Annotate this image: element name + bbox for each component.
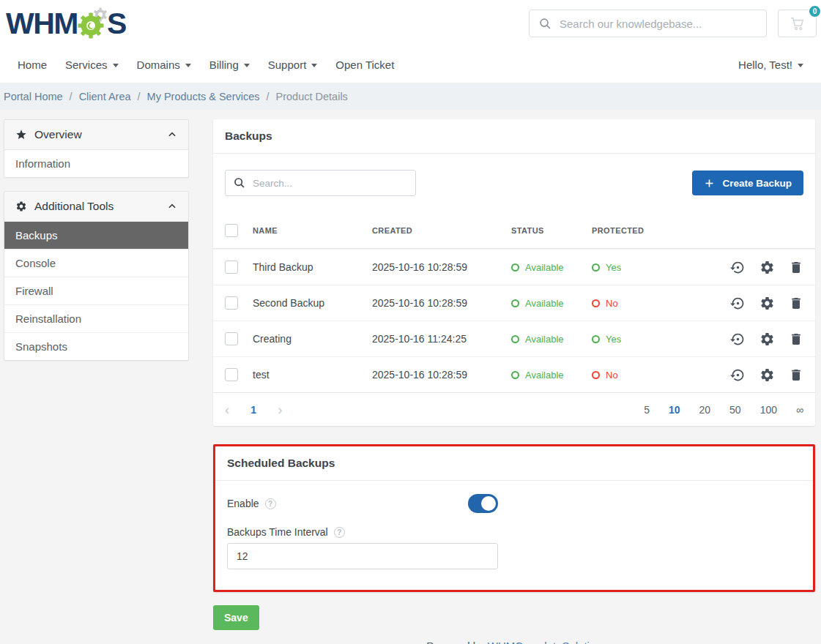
- status-ring-icon: [511, 263, 519, 272]
- backups-interval-input[interactable]: [227, 543, 498, 569]
- breadcrumb-separator: /: [70, 91, 73, 102]
- sidebar-item-firewall[interactable]: Firewall: [4, 277, 188, 305]
- enable-label: Enable: [227, 498, 259, 509]
- backup-settings-button[interactable]: [759, 296, 775, 311]
- restore-icon: [730, 332, 746, 347]
- breadcrumb-link-my-products-services[interactable]: My Products & Services: [147, 91, 260, 102]
- nav-label: Support: [268, 59, 307, 71]
- status-ring-icon: [511, 335, 519, 343]
- nav-label: Open Ticket: [335, 59, 394, 71]
- sidebar-item-console[interactable]: Console: [4, 250, 188, 277]
- column-created: CREATED: [372, 226, 511, 235]
- caret-down-icon: [244, 64, 250, 67]
- delete-backup-button[interactable]: [789, 296, 803, 311]
- knowledgebase-search: [529, 10, 767, 37]
- backup-settings-button[interactable]: [759, 367, 775, 383]
- scheduled-backups-title: Scheduled Backups: [215, 446, 813, 481]
- gear-icon: [759, 260, 775, 275]
- backup-created: 2025-10-16 10:28:59: [372, 369, 511, 381]
- sidebar: Overview Information Additional Tools Ba…: [4, 119, 189, 374]
- page-size-50[interactable]: 50: [729, 404, 741, 416]
- backup-created: 2025-10-16 11:24:25: [372, 333, 511, 345]
- main-nav: HomeServicesDomainsBillingSupportOpen Ti…: [0, 47, 821, 83]
- breadcrumb-link-portal-home[interactable]: Portal Home: [4, 91, 63, 102]
- cart-button[interactable]: 0: [778, 10, 817, 37]
- backup-name: Creating: [253, 333, 372, 345]
- help-icon[interactable]: ?: [265, 498, 276, 509]
- interval-label-group: Backups Time Interval ?: [227, 526, 801, 538]
- page-size-all[interactable]: ∞: [796, 404, 803, 416]
- footer: Powered by WHMCompleteSolution: [213, 640, 815, 644]
- delete-backup-button[interactable]: [789, 367, 803, 383]
- nav-item-billing[interactable]: Billing: [209, 59, 250, 71]
- row-checkbox[interactable]: [225, 296, 238, 310]
- save-button[interactable]: Save: [213, 605, 259, 630]
- nav-label: Billing: [209, 59, 239, 71]
- create-backup-button[interactable]: Create Backup: [692, 171, 803, 195]
- nav-item-support[interactable]: Support: [268, 59, 318, 71]
- page-size-5[interactable]: 5: [644, 404, 650, 416]
- restore-backup-button[interactable]: [730, 296, 746, 311]
- restore-icon: [730, 296, 746, 311]
- whmcompletesolution-link[interactable]: WHMCompleteSolution: [488, 640, 602, 644]
- sidebar-item-backups[interactable]: Backups: [4, 222, 188, 250]
- star-icon: [15, 129, 27, 141]
- select-all-checkbox[interactable]: [225, 224, 238, 237]
- user-greeting: Hello, Test!: [738, 59, 792, 71]
- nav-item-open-ticket[interactable]: Open Ticket: [335, 59, 394, 71]
- backup-status: Available: [511, 334, 592, 345]
- sidebar-item-reinstallation[interactable]: Reinstallation: [4, 305, 188, 333]
- page-size-20[interactable]: 20: [699, 404, 711, 416]
- protected-ring-icon: [592, 263, 600, 272]
- nav-item-domains[interactable]: Domains: [137, 59, 191, 71]
- pagination: ‹ 1 › 5102050100∞: [213, 392, 815, 426]
- breadcrumb-current: Product Details: [276, 91, 348, 102]
- restore-backup-button[interactable]: [730, 260, 746, 275]
- sidebar-item-snapshots[interactable]: Snapshots: [4, 333, 188, 360]
- sidebar-item-information[interactable]: Information: [4, 150, 188, 177]
- gear-icon: [759, 332, 775, 347]
- restore-backup-button[interactable]: [730, 332, 746, 347]
- backup-status: Available: [511, 262, 592, 273]
- backup-settings-button[interactable]: [759, 332, 775, 347]
- restore-icon: [730, 260, 746, 275]
- nav-item-services[interactable]: Services: [65, 59, 119, 71]
- backup-settings-button[interactable]: [759, 260, 775, 275]
- breadcrumb-separator: /: [138, 91, 141, 102]
- row-checkbox[interactable]: [225, 368, 238, 381]
- breadcrumb-link-client-area[interactable]: Client Area: [79, 91, 131, 102]
- row-checkbox[interactable]: [225, 261, 238, 274]
- backups-search-input[interactable]: [253, 178, 407, 189]
- table-row: Second Backup 2025-10-16 10:28:59 Availa…: [213, 285, 815, 321]
- delete-backup-button[interactable]: [789, 332, 803, 347]
- cart-count-badge: 0: [808, 4, 821, 18]
- row-checkbox[interactable]: [225, 332, 238, 345]
- sidebar-header-additional-tools[interactable]: Additional Tools: [4, 192, 188, 222]
- whmcs-logo[interactable]: WHM: [6, 6, 126, 41]
- main-content: Backups Create Backup NAME: [213, 119, 815, 644]
- restore-backup-button[interactable]: [730, 367, 746, 383]
- sidebar-panel-overview: Overview Information: [4, 119, 189, 178]
- backup-status: Available: [511, 370, 592, 381]
- page-number[interactable]: 1: [250, 404, 256, 416]
- nav-item-home[interactable]: Home: [18, 59, 47, 71]
- backup-created: 2025-10-16 10:28:59: [372, 297, 511, 309]
- user-menu[interactable]: Hello, Test!: [738, 59, 803, 71]
- column-status: STATUS: [511, 226, 592, 235]
- backup-name: Second Backup: [253, 297, 372, 309]
- backup-name: test: [253, 369, 372, 381]
- sidebar-header-overview[interactable]: Overview: [4, 120, 188, 150]
- trash-icon: [789, 260, 803, 275]
- next-page-icon[interactable]: ›: [278, 402, 282, 416]
- page-size-10[interactable]: 10: [669, 404, 680, 416]
- help-icon[interactable]: ?: [334, 527, 345, 538]
- backups-search: [225, 170, 416, 196]
- enable-toggle[interactable]: [468, 494, 498, 513]
- chevron-up-icon: [167, 201, 177, 211]
- delete-backup-button[interactable]: [789, 260, 803, 275]
- backup-protected: Yes: [592, 334, 716, 345]
- page-size-100[interactable]: 100: [760, 404, 777, 416]
- prev-page-icon[interactable]: ‹: [225, 402, 229, 416]
- knowledgebase-search-input[interactable]: [560, 18, 757, 30]
- table-row: Third Backup 2025-10-16 10:28:59 Availab…: [213, 249, 815, 285]
